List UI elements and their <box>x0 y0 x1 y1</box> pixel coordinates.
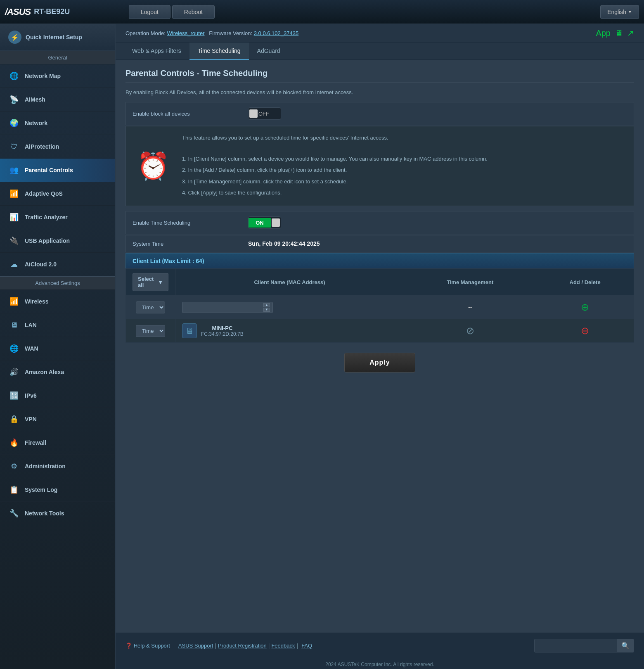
sidebar-item-label: Firewall <box>25 439 46 446</box>
firewall-icon: 🔥 <box>8 437 20 448</box>
footer-search-button[interactable]: 🔍 <box>617 639 634 652</box>
info-step-3: 3. In [Time Management] column, click th… <box>182 177 488 186</box>
sidebar-advanced-header: Advanced Settings <box>0 276 115 290</box>
sidebar-item-label: AiMesh <box>25 96 45 103</box>
table-header-row: Select all ▼ Client Name (MAC Address) T… <box>126 269 634 296</box>
filter-type-select-mini-pc[interactable]: Time <box>136 325 165 337</box>
enable-block-row: Enable block all devices OFF <box>125 102 634 125</box>
asus-logo: /ASUS <box>5 7 31 17</box>
toggle-off-label: OFF <box>258 111 272 117</box>
sidebar-item-adaptive-qos[interactable]: 📶 Adaptive QoS <box>0 182 115 206</box>
sidebar-item-network-tools[interactable]: 🔧 Network Tools <box>0 502 115 525</box>
spin-down-button[interactable]: ▼ <box>263 308 270 312</box>
main-layout: ⚡ Quick Internet Setup General 🌐 Network… <box>0 24 644 669</box>
sidebar-item-network-map[interactable]: 🌐 Network Map <box>0 64 115 88</box>
client-name-input[interactable] <box>185 304 262 311</box>
time-management-dash: -- <box>468 304 472 311</box>
system-time-label: System Time <box>133 241 248 247</box>
system-time-display: Sun, Feb 09 20:42:44 2025 <box>248 240 320 247</box>
filter-type-select[interactable]: Time <box>136 301 165 313</box>
sidebar-general-header: General <box>0 51 115 64</box>
tab-time-scheduling[interactable]: Time Scheduling <box>189 43 249 60</box>
sidebar-item-amazon-alexa[interactable]: 🔊 Amazon Alexa <box>0 361 115 384</box>
row-client-name-empty: ▲ ▼ <box>175 296 404 319</box>
help-label: Help & Support <box>134 643 170 649</box>
info-text: This feature allows you to set up a sche… <box>182 133 488 199</box>
quick-setup-icon: ⚡ <box>8 31 21 44</box>
share-icon[interactable]: ↗ <box>627 28 634 38</box>
sidebar-item-aicloud[interactable]: ☁ AiCloud 2.0 <box>0 253 115 276</box>
footer-search-input[interactable] <box>535 640 617 651</box>
sidebar-item-system-log[interactable]: 📋 System Log <box>0 478 115 502</box>
sidebar: ⚡ Quick Internet Setup General 🌐 Network… <box>0 24 116 669</box>
usb-application-icon: 🔌 <box>8 235 20 247</box>
clock-icon-area: ⏰ <box>133 133 174 199</box>
sidebar-item-wireless[interactable]: 📶 Wireless <box>0 290 115 313</box>
firmware-version-link[interactable]: 3.0.0.6.102_37435 <box>254 30 298 36</box>
asus-support-link[interactable]: ASUS Support <box>178 643 213 649</box>
enable-block-value: OFF <box>248 107 281 120</box>
monitor-icon[interactable]: 🖥 <box>615 28 623 38</box>
client-input-wrapper: ▲ ▼ <box>182 302 273 313</box>
network-tools-icon: 🔧 <box>8 508 20 519</box>
select-all-label: Select all <box>138 276 155 288</box>
faq-link[interactable]: FAQ <box>301 643 312 649</box>
help-support-link[interactable]: ❓ Help & Support <box>125 643 170 649</box>
row-add-delete-empty: ⊕ <box>536 296 634 319</box>
sidebar-item-label: IPv6 <box>25 392 37 399</box>
traffic-analyzer-icon: 📊 <box>8 211 20 223</box>
chevron-down-icon: ▼ <box>158 279 163 285</box>
wireless-icon: 📶 <box>8 296 20 307</box>
footer-separator: | <box>268 643 270 649</box>
page-title: Parental Controls - Time Scheduling <box>125 69 634 83</box>
enable-time-scheduling-value: ON <box>248 216 281 229</box>
tab-web-apps-filters[interactable]: Web & Apps Filters <box>124 43 189 60</box>
sidebar-item-traffic-analyzer[interactable]: 📊 Traffic Analyzer <box>0 206 115 229</box>
sidebar-item-label: VPN <box>25 416 37 422</box>
operation-mode: Operation Mode: Wireless_router Firmware… <box>125 30 298 36</box>
sidebar-item-label: Parental Controls <box>25 167 73 173</box>
footer-search: 🔍 <box>534 639 634 652</box>
table-row: Time 🖥 MINI-PC FC:34:97:2D:20:7B <box>126 319 634 343</box>
time-management-edit-button[interactable]: ⊘ <box>463 323 478 338</box>
feedback-link[interactable]: Feedback <box>271 643 295 649</box>
enable-block-toggle[interactable]: OFF <box>248 107 281 120</box>
spin-buttons: ▲ ▼ <box>263 303 270 312</box>
operation-mode-link[interactable]: Wireless_router <box>167 30 204 36</box>
apply-button[interactable]: Apply <box>344 353 415 372</box>
sidebar-item-parental-controls[interactable]: 👥 Parental Controls <box>0 159 115 182</box>
sidebar-item-network[interactable]: 🌍 Network <box>0 112 115 135</box>
sidebar-item-aiprotection[interactable]: 🛡 AiProtection <box>0 135 115 159</box>
add-client-button[interactable]: ⊕ <box>578 300 592 315</box>
sidebar-item-wan[interactable]: 🌐 WAN <box>0 337 115 361</box>
spin-up-button[interactable]: ▲ <box>263 303 270 307</box>
sidebar-item-vpn[interactable]: 🔒 VPN <box>0 408 115 431</box>
top-bar: /ASUS RT-BE92U Logout Reboot English ▼ <box>0 0 644 24</box>
enable-time-scheduling-row: Enable Time Scheduling ON <box>125 211 634 234</box>
reboot-button[interactable]: Reboot <box>172 5 215 19</box>
toggle-knob <box>249 109 258 118</box>
sidebar-item-usb-application[interactable]: 🔌 USB Application <box>0 229 115 253</box>
adaptive-qos-icon: 📶 <box>8 188 20 199</box>
logout-button[interactable]: Logout <box>129 5 170 19</box>
sidebar-item-label: Wireless <box>25 298 48 305</box>
delete-client-button[interactable]: ⊖ <box>578 323 592 338</box>
sidebar-item-firewall[interactable]: 🔥 Firewall <box>0 431 115 455</box>
app-label: App <box>596 28 611 38</box>
tab-adguard[interactable]: AdGuard <box>249 43 289 60</box>
sidebar-item-aimesh[interactable]: 📡 AiMesh <box>0 88 115 112</box>
footer-links: ASUS Support | Product Registration | Fe… <box>178 643 312 649</box>
language-selector[interactable]: English ▼ <box>600 5 639 19</box>
col-header-time-management: Time Management <box>404 269 536 296</box>
sidebar-item-ipv6[interactable]: 🔢 IPv6 <box>0 384 115 408</box>
lan-icon: 🖥 <box>8 319 20 331</box>
product-registration-link[interactable]: Product Registration <box>218 643 267 649</box>
sidebar-item-label: USB Application <box>25 237 70 244</box>
sidebar-item-label: Administration <box>25 463 66 470</box>
system-time-value: Sun, Feb 09 20:42:44 2025 <box>248 240 320 247</box>
time-scheduling-toggle[interactable]: ON <box>248 216 281 229</box>
select-all-button[interactable]: Select all ▼ <box>133 273 168 291</box>
sidebar-item-quick-setup[interactable]: ⚡ Quick Internet Setup <box>0 24 115 51</box>
sidebar-item-lan[interactable]: 🖥 LAN <box>0 313 115 337</box>
sidebar-item-administration[interactable]: ⚙ Administration <box>0 455 115 478</box>
